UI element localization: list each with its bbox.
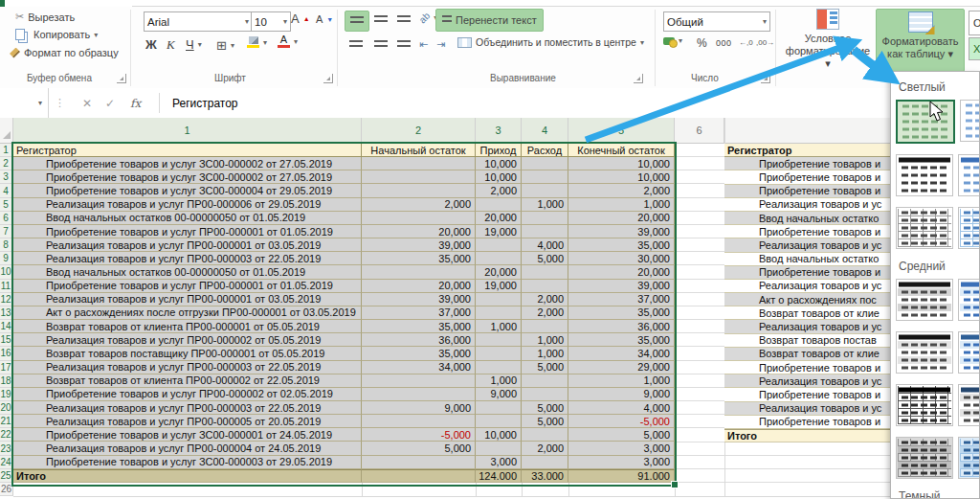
cell-value[interactable] [362,212,476,225]
cell-value[interactable] [522,157,568,170]
cell-value[interactable]: 1,000 [568,198,675,212]
cell-value[interactable]: 35,000 [568,333,675,347]
font-dialog-launcher[interactable] [323,74,333,83]
table-style-light-sel[interactable] [896,100,955,144]
table-style-med-blue-4[interactable] [958,437,980,479]
cell-registrar[interactable]: Возврат товаров поставщику ПР00-000001 о… [13,347,362,360]
cell-value[interactable]: 36,000 [362,333,476,347]
column-header-1[interactable]: 1 [13,118,362,144]
format-painter-button[interactable]: Формат по образцу [10,47,119,58]
row-header-14[interactable]: 14 [0,320,13,333]
cell-value[interactable]: -5,000 [568,415,675,428]
cell-value[interactable]: 35,000 [362,347,476,360]
table-style-light-black-h[interactable] [896,154,953,196]
cell-value[interactable] [476,442,522,455]
cell-value[interactable] [522,374,568,388]
row-header-1[interactable]: 1 [0,144,13,157]
row-header-11[interactable]: 11 [0,280,13,293]
align-bottom-button[interactable] [392,11,415,30]
cell-value[interactable]: 10,000 [476,428,522,442]
cell-registrar[interactable]: Приобретение товаров и услуг ПР00-000002… [13,388,362,401]
column-header-2[interactable]: 2 [362,118,476,144]
row-header-10[interactable]: 10 [0,265,13,279]
cell-value[interactable] [362,170,476,184]
cell-registrar[interactable]: Реализация товаров и услуг ПР00-000001 о… [13,293,362,306]
cell-value[interactable]: 5,000 [522,401,568,415]
cell-style-good-swatch[interactable]: Хороший [969,37,980,60]
cell-registrar[interactable]: Возврат товаров от клиента ПР00-000001 о… [13,320,362,333]
cell-value[interactable]: 34,000 [362,361,476,374]
cell-registrar[interactable]: Приобретение товаров и услуг ЗС00-000002… [13,170,362,184]
cell-registrar[interactable]: Реализация товаров и услуг ПР00-000006 о… [13,198,362,212]
cell-registrar[interactable]: Реализация товаров и услуг ПР00-000005 о… [13,415,362,428]
cell-registrar[interactable]: Акт о расхождениях после отгрузки ПР00-0… [13,306,362,320]
cell-value[interactable]: 34,000 [568,347,675,360]
merge-center-button[interactable]: Объединить и поместить в центре ▾ [457,36,644,48]
cell-value[interactable]: 20,000 [476,265,522,279]
number-format-combo[interactable]: Общий ▾ [663,11,770,32]
align-middle-button[interactable] [369,11,392,30]
row-header-16[interactable]: 16 [0,347,13,360]
cell-value[interactable]: 20,000 [362,225,476,238]
cell-registrar[interactable]: Акт о расхождениях пос [724,293,890,306]
cell-value[interactable]: Приход [476,144,522,157]
table-style-light-blue[interactable] [960,100,980,142]
cell-value[interactable] [476,252,522,265]
row-header-21[interactable]: 21 [0,415,13,428]
cell-registrar[interactable]: Приобретение товаров и [724,416,890,429]
increase-indent-button[interactable]: ⇥ [436,38,445,51]
cell-value[interactable] [362,415,476,428]
table-style-med-gray-1[interactable] [896,279,953,321]
copy-button[interactable]: Копировать ▾ [15,29,98,40]
cell-value[interactable]: 9,000 [362,401,476,415]
cell-value[interactable] [522,265,568,279]
row-header-23[interactable]: 23 [0,442,13,455]
cell-value[interactable]: 1,000 [476,320,522,333]
cell-registrar[interactable]: Приобретение товаров и услуг ЗС00-000003… [13,456,362,469]
cell-value[interactable] [476,415,522,428]
cell-registrar[interactable]: Реализация товаров и ус [724,320,890,333]
cell-registrar[interactable]: Реализация товаров и ус [724,198,890,212]
cell-value[interactable]: 91.000 [568,469,675,483]
cell-registrar[interactable]: Итого [13,469,362,483]
cell-value[interactable]: 19,000 [476,280,522,293]
cell-value[interactable]: 20,000 [568,212,675,225]
cell-registrar[interactable]: Приобретение товаров и [724,266,890,280]
column-header-4[interactable]: 4 [522,118,568,144]
formula-input[interactable]: Регистратор [172,88,238,118]
cell-registrar[interactable]: Реализация товаров и ус [724,402,890,416]
cell-registrar[interactable]: Приобретение товаров и услуг ЗС00-000002… [13,157,362,170]
cell-style-normal-swatch[interactable]: Обычный [969,11,980,35]
font-size-combo[interactable]: 10 ▾ [251,11,291,32]
cell-value[interactable]: 10,000 [568,157,675,170]
cell-registrar[interactable]: Ввод начальных остатко [724,253,890,266]
cell-value[interactable]: Расход [522,144,568,157]
cell-value[interactable]: 2,000 [568,184,675,197]
cell-value[interactable]: 5,000 [362,442,476,455]
cell-registrar[interactable]: Реализация товаров и услуг ПР00-000003 о… [13,361,362,374]
cell-registrar[interactable]: Приобретение товаров и [724,361,890,374]
alignment-dialog-launcher[interactable] [634,74,643,83]
cell-value[interactable]: -5,000 [362,428,476,442]
cell-value[interactable] [476,293,522,306]
table-style-med-blue-3[interactable] [958,384,980,426]
cell-value[interactable]: 37,000 [568,293,675,306]
fill-color-button[interactable]: ▾ [247,36,267,48]
cell-value[interactable]: 10,000 [476,157,522,170]
cell-value[interactable]: 2,000 [522,442,568,455]
cell-registrar[interactable]: Приобретение товаров и [724,388,890,401]
cell-value[interactable] [476,361,522,374]
cell-registrar[interactable]: Реализация товаров и ус [724,280,890,293]
cell-value[interactable] [362,265,476,279]
cell-value[interactable]: 36,000 [568,320,675,333]
borders-button[interactable]: ⊞▾ [216,38,234,53]
cell-value[interactable] [522,184,568,197]
format-as-table-button[interactable]: Форматировать как таблицу ▾ [876,9,965,72]
wrap-text-button[interactable]: Перенести текст [435,9,544,32]
cell-value[interactable]: 19,000 [476,225,522,238]
cell-value[interactable]: 1,000 [568,374,675,388]
row-header-5[interactable]: 5 [0,198,13,212]
conditional-formatting-button[interactable]: Условное форматирование ▾ [783,9,873,70]
clipboard-dialog-launcher[interactable] [117,74,126,83]
row-header-25[interactable]: 25 [0,469,13,483]
